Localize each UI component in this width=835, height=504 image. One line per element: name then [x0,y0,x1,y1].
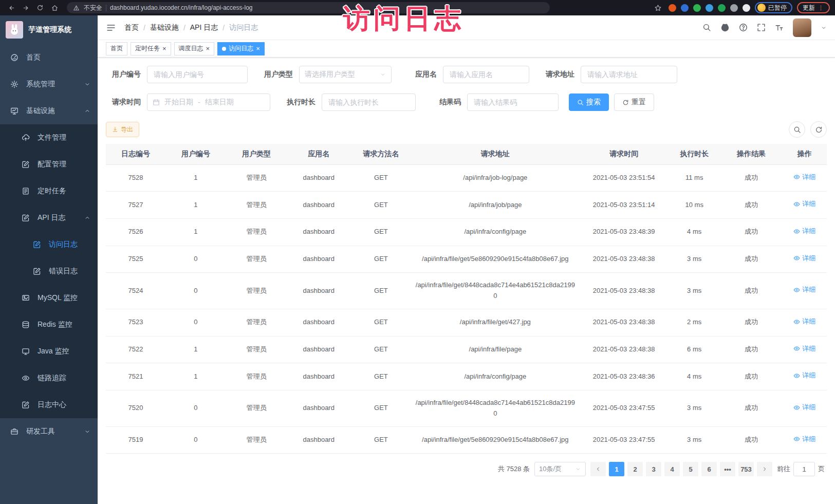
result-code-input[interactable] [467,94,559,111]
eye-icon [793,436,800,442]
page-button-753[interactable]: 753 [738,462,754,476]
user-id-input[interactable] [147,66,248,83]
tab-scheduled-jobs[interactable]: 定时任务× [131,42,171,55]
search-button[interactable]: 搜索 [569,94,609,111]
tab-home[interactable]: 首页 [106,42,127,55]
pager-more-icon[interactable]: ••• [720,462,735,476]
page-button-3[interactable]: 3 [646,462,661,476]
detail-label: 详细 [802,226,815,237]
sidebar-item-home[interactable]: 首页 [0,44,98,71]
detail-link[interactable]: 详细 [793,253,815,264]
sidebar-item-dev-tools[interactable]: 研发工具 [0,418,98,445]
detail-label: 详细 [802,402,815,413]
request-url-input[interactable] [581,66,677,83]
browser-back-button[interactable] [5,2,17,14]
breadcrumb-item[interactable]: API 日志 [190,23,218,32]
actions-cell: 详细 [782,309,827,336]
table-cell: 成功 [720,426,782,454]
header-search-icon[interactable] [702,23,711,32]
app-name-input[interactable] [443,66,529,83]
breadcrumb-item[interactable]: 基础设施 [150,23,179,32]
user-avatar[interactable] [793,18,811,37]
font-size-icon[interactable] [775,23,784,32]
detail-link[interactable]: 详细 [793,226,815,237]
sidebar-item-api-log[interactable]: API 日志 [0,204,98,231]
request-time-daterange[interactable]: 开始日期-结束日期 [147,94,270,111]
sidebar-item-mysql-monitor[interactable]: MySQL 监控 [0,285,98,311]
table-cell: 2021-05-03 23:51:54 [579,164,669,192]
sidebar-item-config-mgmt[interactable]: 配置管理 [0,151,98,178]
detail-link[interactable]: 详细 [793,285,815,295]
detail-link[interactable]: 详细 [793,316,815,327]
eye-icon [793,287,800,293]
ext-blue-shield-icon[interactable] [681,4,689,12]
detail-link[interactable]: 详细 [793,172,815,183]
profile-paused-badge[interactable]: 已暂停 [755,2,792,13]
sidebar-item-log-center[interactable]: 日志中心 [0,391,98,418]
ext-pinwheel-icon[interactable] [743,4,750,12]
tab-close-icon[interactable]: × [162,45,166,52]
detail-link[interactable]: 详细 [793,344,815,354]
github-icon[interactable] [720,23,730,32]
export-button[interactable]: 导出 [106,122,139,137]
detail-label: 详细 [802,434,815,445]
table-cell: /api/infra/config/page [411,218,579,246]
breadcrumb-item[interactable]: 首页 [124,23,139,32]
bookmark-star-icon[interactable] [652,2,664,14]
toggle-search-button[interactable] [789,121,805,138]
ext-translate-icon[interactable] [718,4,726,12]
ext-ghost-icon[interactable] [730,4,738,12]
ext-green-circle-icon[interactable] [693,4,701,12]
sidebar-item-error-log[interactable]: 错误日志 [0,258,98,285]
sidebar-item-file-mgmt[interactable]: 文件管理 [0,124,98,151]
page-button-6[interactable]: 6 [701,462,717,476]
duration-input[interactable] [322,94,416,111]
table-cell: 3 ms [669,426,720,454]
tab-schedule-log[interactable]: 调度日志× [174,42,215,55]
hamburger-icon[interactable] [106,23,116,33]
detail-link[interactable]: 详细 [793,199,815,210]
page-button-1[interactable]: 1 [609,462,624,476]
form-item-result-code: 结果码 [426,94,559,111]
ext-orange-ring-icon[interactable] [669,4,676,12]
table-cell: 管理员 [226,246,287,273]
address-bar[interactable]: 不安全 dashboard.yudao.iocoder.cn/infra/log… [67,2,550,13]
prev-page-button[interactable] [590,462,606,476]
sidebar-item-infrastructure[interactable]: 基础设施 [0,98,98,124]
browser-forward-button[interactable] [20,2,32,14]
fullscreen-icon[interactable] [757,23,766,32]
tab-access-log[interactable]: 访问日志× [217,42,265,55]
sidebar-item-redis-monitor[interactable]: Redis 监控 [0,311,98,338]
page-button-4[interactable]: 4 [664,462,680,476]
next-page-button[interactable] [757,462,772,476]
sidebar-logo[interactable]: 芋道管理系统 [0,15,98,44]
detail-link[interactable]: 详细 [793,370,815,381]
sidebar-item-tracing[interactable]: 链路追踪 [0,365,98,391]
avatar-caret-down-icon[interactable] [821,25,827,31]
actions-cell: 详细 [782,192,827,219]
goto-page-input[interactable] [793,462,815,476]
table-cell: /api/infra/file/page [411,336,579,363]
sidebar-item-system-mgmt[interactable]: 系统管理 [0,71,98,98]
sidebar-item-java-monitor[interactable]: Java 监控 [0,338,98,365]
browser-menu-icon[interactable] [818,5,824,11]
page-button-5[interactable]: 5 [683,462,698,476]
sidebar-item-label: Java 监控 [38,347,69,356]
page-size-select[interactable]: 10条/页 [534,462,586,476]
sidebar-item-scheduled-jobs[interactable]: 定时任务 [0,178,98,204]
browser-reload-button[interactable] [34,2,46,14]
help-icon[interactable] [739,23,748,32]
table-refresh-button[interactable] [810,121,827,138]
table-cell: dashboard [287,336,350,363]
tab-close-icon[interactable]: × [206,45,210,52]
browser-home-button[interactable] [48,2,61,14]
sidebar-item-access-log[interactable]: 访问日志 [0,231,98,258]
detail-link[interactable]: 详细 [793,434,815,445]
browser-update-button[interactable]: 更新 [797,2,830,13]
tab-close-icon[interactable]: × [256,45,260,52]
ext-blue-puzzle-icon[interactable] [706,4,713,12]
detail-link[interactable]: 详细 [793,402,815,413]
reset-button[interactable]: 重置 [614,94,654,111]
page-button-2[interactable]: 2 [627,462,643,476]
user-type-select[interactable]: 请选择用户类型 [299,66,392,83]
